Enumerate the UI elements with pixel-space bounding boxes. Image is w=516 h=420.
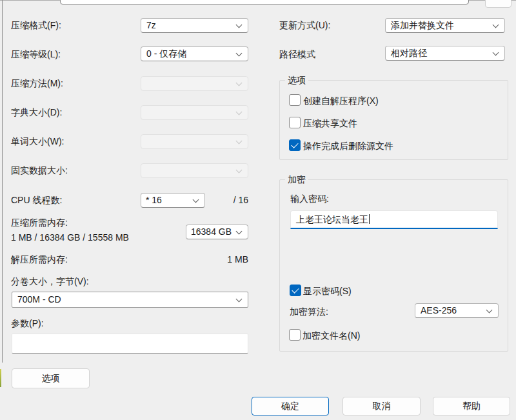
password-label: 输入密码: [290,194,329,204]
encryption-method-value: AES-256 [421,305,457,315]
encryption-group-title: 加密 [285,174,308,185]
chevron-down-icon [236,167,243,174]
compression-level-label: 压缩等级(L): [11,49,61,59]
show-password-checkbox[interactable] [290,285,301,296]
update-mode-select[interactable]: 添加并替换文件 [385,18,505,33]
path-mode-value: 相对路径 [391,48,427,58]
cpu-threads-select[interactable]: * 16 [141,193,205,208]
word-size-label: 单词大小(W): [11,136,64,146]
parameters-input[interactable] [12,334,248,354]
cpu-threads-total: / 16 [206,195,248,205]
chevron-down-icon [236,228,243,235]
create-sfx-checkbox[interactable] [289,94,301,106]
options-group-title: 选项 [285,75,308,86]
archive-name-input[interactable] [60,0,469,5]
password-value: 上老王论坛当老王 [296,214,368,225]
cpu-threads-value: * 16 [146,195,162,205]
update-mode-value: 添加并替换文件 [391,20,454,30]
memory-usage-select[interactable]: 16384 GB [186,225,248,239]
chevron-down-icon [486,307,493,314]
encryption-method-label: 加密算法: [290,306,328,317]
chevron-down-icon [236,109,243,115]
chevron-down-icon [193,197,199,203]
left-panel-edge-line [2,0,3,363]
word-size-select [141,134,248,149]
solid-block-size-select [141,163,248,178]
compression-level-select[interactable]: 0 - 仅存储 [141,46,248,61]
compression-format-label: 压缩格式(F): [11,20,61,30]
memory-decompress-value: 1 MB [184,254,248,265]
compression-format-select[interactable]: 7z [141,18,248,33]
volume-size-combo[interactable]: 700M - CD [12,292,248,308]
cancel-button[interactable]: 取消 [342,397,421,415]
memory-compress-detail: 1 MB / 16384 GB / 15558 MB [11,232,129,243]
compression-format-value: 7z [146,20,156,30]
dictionary-size-label: 字典大小(D): [11,107,62,117]
password-input[interactable]: 上老王论坛当老王 [290,210,498,229]
compress-shared-label: 压缩共享文件 [303,118,357,128]
chevron-down-icon [236,22,243,28]
chevron-down-icon [493,50,499,56]
show-password-label: 显示密码(S) [303,286,352,296]
compress-shared-checkbox[interactable] [289,117,301,128]
update-mode-label: 更新方式(U): [279,20,330,30]
path-mode-select[interactable]: 相对路径 [385,46,505,61]
path-mode-label: 路径模式 [279,49,315,59]
ok-button[interactable]: 确定 [252,397,329,415]
volume-size-label: 分卷大小，字节(V): [11,276,89,286]
volume-size-value: 700M - CD [17,294,61,305]
encryption-group: 加密 [279,179,508,352]
browse-button[interactable] [485,0,511,8]
encryption-method-select[interactable]: AES-256 [415,303,499,318]
chevron-down-icon [236,50,243,57]
compression-level-value: 0 - 仅存储 [146,48,186,59]
chevron-down-icon [493,22,499,28]
help-button[interactable]: 帮助 [433,397,510,415]
chevron-down-icon [236,80,243,86]
solid-block-size-label: 固实数据大小: [11,165,68,175]
encrypt-filenames-checkbox[interactable] [289,329,301,341]
chevron-down-icon [236,138,243,145]
compression-method-label: 压缩方法(M): [11,78,63,88]
delete-after-compress-label: 操作完成后删除源文件 [303,141,393,151]
parameters-label: 参数(P): [11,318,44,328]
background-desktop-sliver [0,369,1,387]
memory-usage-value: 16384 GB [191,226,232,237]
memory-decompress-label: 解压所需内存: [11,254,68,265]
cpu-threads-label: CPU 线程数: [11,195,62,205]
encrypt-filenames-label: 加密文件名(N) [303,330,360,341]
dictionary-size-select [141,105,248,120]
compression-method-select [141,76,248,91]
text-cursor [369,214,370,224]
delete-after-compress-checkbox[interactable] [289,139,301,151]
chevron-down-icon [236,296,243,303]
memory-compress-label: 压缩所需内存: [11,217,68,228]
create-sfx-label: 创建自解压程序(X) [303,95,379,106]
archive-dialog: { "colors": { "accent": "#0067c0", "dial… [0,0,516,420]
options-button[interactable]: 选项 [12,368,90,388]
